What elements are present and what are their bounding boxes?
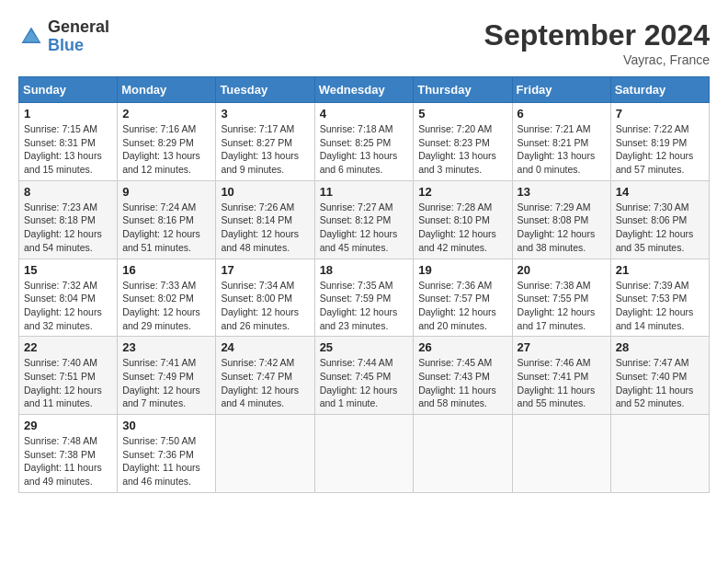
day-number: 3 bbox=[221, 107, 309, 121]
column-header-wednesday: Wednesday bbox=[314, 77, 414, 103]
column-header-monday: Monday bbox=[118, 77, 216, 103]
calendar-week-3: 15Sunrise: 7:32 AMSunset: 8:04 PMDayligh… bbox=[19, 259, 710, 337]
day-info: Sunrise: 7:30 AMSunset: 8:06 PMDaylight:… bbox=[616, 201, 704, 255]
day-number: 2 bbox=[122, 107, 210, 121]
day-number: 9 bbox=[122, 185, 210, 199]
day-info: Sunrise: 7:42 AMSunset: 7:47 PMDaylight:… bbox=[221, 356, 309, 410]
day-info: Sunrise: 7:28 AMSunset: 8:10 PMDaylight:… bbox=[418, 201, 506, 255]
day-info: Sunrise: 7:33 AMSunset: 8:02 PMDaylight:… bbox=[122, 279, 210, 333]
day-info: Sunrise: 7:40 AMSunset: 7:51 PMDaylight:… bbox=[24, 356, 112, 410]
day-number: 27 bbox=[518, 340, 606, 354]
calendar-cell bbox=[512, 415, 610, 493]
day-info: Sunrise: 7:46 AMSunset: 7:41 PMDaylight:… bbox=[518, 356, 606, 410]
calendar-cell: 24Sunrise: 7:42 AMSunset: 7:47 PMDayligh… bbox=[216, 337, 314, 415]
day-info: Sunrise: 7:22 AMSunset: 8:19 PMDaylight:… bbox=[616, 122, 704, 177]
calendar-cell: 23Sunrise: 7:41 AMSunset: 7:49 PMDayligh… bbox=[118, 337, 216, 415]
column-header-saturday: Saturday bbox=[610, 77, 709, 103]
calendar-week-2: 8Sunrise: 7:23 AMSunset: 8:18 PMDaylight… bbox=[19, 180, 710, 259]
day-info: Sunrise: 7:32 AMSunset: 8:04 PMDaylight:… bbox=[24, 279, 112, 333]
calendar-cell: 2Sunrise: 7:16 AMSunset: 8:29 PMDaylight… bbox=[118, 103, 216, 181]
day-number: 30 bbox=[122, 419, 210, 432]
calendar-cell: 1Sunrise: 7:15 AMSunset: 8:31 PMDaylight… bbox=[19, 103, 118, 181]
day-info: Sunrise: 7:38 AMSunset: 7:55 PMDaylight:… bbox=[518, 279, 606, 333]
day-number: 5 bbox=[418, 107, 506, 121]
calendar-cell: 10Sunrise: 7:26 AMSunset: 8:14 PMDayligh… bbox=[216, 180, 314, 259]
calendar-cell: 22Sunrise: 7:40 AMSunset: 7:51 PMDayligh… bbox=[19, 337, 118, 415]
day-number: 23 bbox=[122, 340, 210, 354]
calendar-cell: 21Sunrise: 7:39 AMSunset: 7:53 PMDayligh… bbox=[610, 259, 709, 337]
day-number: 11 bbox=[320, 185, 409, 199]
day-info: Sunrise: 7:16 AMSunset: 8:29 PMDaylight:… bbox=[122, 122, 210, 177]
day-number: 22 bbox=[24, 340, 112, 354]
calendar-table: SundayMondayTuesdayWednesdayThursdayFrid… bbox=[18, 76, 710, 493]
calendar-cell: 15Sunrise: 7:32 AMSunset: 8:04 PMDayligh… bbox=[19, 259, 118, 337]
day-info: Sunrise: 7:34 AMSunset: 8:00 PMDaylight:… bbox=[221, 279, 309, 333]
calendar-cell: 14Sunrise: 7:30 AMSunset: 8:06 PMDayligh… bbox=[610, 180, 709, 259]
location-subtitle: Vayrac, France bbox=[484, 52, 710, 67]
calendar-cell: 3Sunrise: 7:17 AMSunset: 8:27 PMDaylight… bbox=[216, 103, 314, 181]
day-number: 4 bbox=[320, 107, 409, 121]
day-number: 25 bbox=[320, 340, 409, 354]
title-area: September 2024 Vayrac, France bbox=[484, 18, 710, 67]
column-header-thursday: Thursday bbox=[414, 77, 512, 103]
day-info: Sunrise: 7:47 AMSunset: 7:40 PMDaylight:… bbox=[616, 356, 704, 410]
column-headers: SundayMondayTuesdayWednesdayThursdayFrid… bbox=[19, 77, 710, 103]
logo-general: General bbox=[48, 17, 109, 36]
day-info: Sunrise: 7:23 AMSunset: 8:18 PMDaylight:… bbox=[24, 201, 112, 255]
calendar-cell: 8Sunrise: 7:23 AMSunset: 8:18 PMDaylight… bbox=[19, 180, 118, 259]
calendar-cell: 27Sunrise: 7:46 AMSunset: 7:41 PMDayligh… bbox=[512, 337, 610, 415]
day-info: Sunrise: 7:18 AMSunset: 8:25 PMDaylight:… bbox=[320, 122, 409, 177]
calendar-cell bbox=[414, 415, 512, 493]
calendar-cell: 19Sunrise: 7:36 AMSunset: 7:57 PMDayligh… bbox=[414, 259, 512, 337]
calendar-week-5: 29Sunrise: 7:48 AMSunset: 7:38 PMDayligh… bbox=[19, 415, 710, 493]
calendar-cell: 7Sunrise: 7:22 AMSunset: 8:19 PMDaylight… bbox=[610, 103, 709, 181]
calendar-cell: 18Sunrise: 7:35 AMSunset: 7:59 PMDayligh… bbox=[314, 259, 414, 337]
day-number: 26 bbox=[418, 340, 506, 354]
calendar-cell: 28Sunrise: 7:47 AMSunset: 7:40 PMDayligh… bbox=[610, 337, 709, 415]
day-info: Sunrise: 7:48 AMSunset: 7:38 PMDaylight:… bbox=[24, 434, 112, 488]
calendar-cell: 30Sunrise: 7:50 AMSunset: 7:36 PMDayligh… bbox=[118, 415, 216, 493]
calendar-cell: 4Sunrise: 7:18 AMSunset: 8:25 PMDaylight… bbox=[314, 103, 414, 181]
column-header-sunday: Sunday bbox=[19, 77, 118, 103]
day-number: 13 bbox=[518, 185, 606, 199]
day-number: 15 bbox=[24, 263, 112, 277]
day-info: Sunrise: 7:17 AMSunset: 8:27 PMDaylight:… bbox=[221, 122, 309, 177]
calendar-cell bbox=[314, 415, 414, 493]
day-number: 6 bbox=[518, 107, 606, 121]
day-number: 7 bbox=[616, 107, 704, 121]
logo-blue: Blue bbox=[48, 36, 84, 54]
day-info: Sunrise: 7:20 AMSunset: 8:23 PMDaylight:… bbox=[418, 122, 506, 177]
day-number: 1 bbox=[24, 107, 112, 121]
calendar-cell: 11Sunrise: 7:27 AMSunset: 8:12 PMDayligh… bbox=[314, 180, 414, 259]
calendar-cell: 25Sunrise: 7:44 AMSunset: 7:45 PMDayligh… bbox=[314, 337, 414, 415]
calendar-week-4: 22Sunrise: 7:40 AMSunset: 7:51 PMDayligh… bbox=[19, 337, 710, 415]
calendar-cell: 6Sunrise: 7:21 AMSunset: 8:21 PMDaylight… bbox=[512, 103, 610, 181]
day-info: Sunrise: 7:41 AMSunset: 7:49 PMDaylight:… bbox=[122, 356, 210, 410]
day-info: Sunrise: 7:15 AMSunset: 8:31 PMDaylight:… bbox=[24, 122, 112, 177]
day-info: Sunrise: 7:35 AMSunset: 7:59 PMDaylight:… bbox=[320, 279, 409, 333]
day-number: 16 bbox=[122, 263, 210, 277]
calendar-cell: 5Sunrise: 7:20 AMSunset: 8:23 PMDaylight… bbox=[414, 103, 512, 181]
day-number: 28 bbox=[616, 340, 704, 354]
calendar-cell: 16Sunrise: 7:33 AMSunset: 8:02 PMDayligh… bbox=[118, 259, 216, 337]
calendar-cell bbox=[216, 415, 314, 493]
calendar-cell: 12Sunrise: 7:28 AMSunset: 8:10 PMDayligh… bbox=[414, 180, 512, 259]
calendar-cell: 29Sunrise: 7:48 AMSunset: 7:38 PMDayligh… bbox=[19, 415, 118, 493]
day-info: Sunrise: 7:29 AMSunset: 8:08 PMDaylight:… bbox=[518, 201, 606, 255]
calendar-cell: 13Sunrise: 7:29 AMSunset: 8:08 PMDayligh… bbox=[512, 180, 610, 259]
day-number: 24 bbox=[221, 340, 309, 354]
day-number: 17 bbox=[221, 263, 309, 277]
day-info: Sunrise: 7:27 AMSunset: 8:12 PMDaylight:… bbox=[320, 201, 409, 255]
calendar-cell: 9Sunrise: 7:24 AMSunset: 8:16 PMDaylight… bbox=[118, 180, 216, 259]
column-header-friday: Friday bbox=[512, 77, 610, 103]
day-number: 12 bbox=[418, 185, 506, 199]
day-number: 8 bbox=[24, 185, 112, 199]
day-number: 14 bbox=[616, 185, 704, 199]
day-number: 18 bbox=[320, 263, 409, 277]
logo: General Blue bbox=[18, 18, 109, 55]
day-info: Sunrise: 7:26 AMSunset: 8:14 PMDaylight:… bbox=[221, 201, 309, 255]
day-info: Sunrise: 7:21 AMSunset: 8:21 PMDaylight:… bbox=[518, 122, 606, 177]
day-info: Sunrise: 7:39 AMSunset: 7:53 PMDaylight:… bbox=[616, 279, 704, 333]
logo-icon bbox=[18, 24, 44, 50]
day-info: Sunrise: 7:24 AMSunset: 8:16 PMDaylight:… bbox=[122, 201, 210, 255]
